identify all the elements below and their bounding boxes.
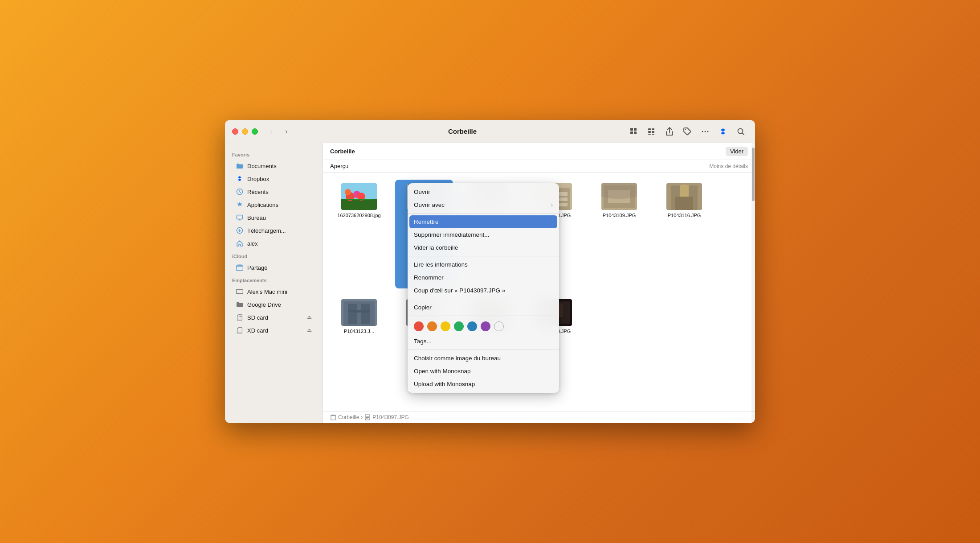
grid-view-button[interactable] xyxy=(627,124,641,139)
download-icon xyxy=(236,226,244,234)
main-content: Favoris Documents Dropbox xyxy=(225,143,755,423)
icloud-label: iCloud xyxy=(225,250,323,261)
svg-point-13 xyxy=(707,131,709,132)
monitor-icon xyxy=(236,214,244,222)
svg-rect-5 xyxy=(652,128,654,130)
computer-icon xyxy=(236,288,244,296)
dropbox-button[interactable] xyxy=(716,124,730,139)
menu-item-vider[interactable]: Vider la corbeille xyxy=(408,241,559,254)
fullscreen-button[interactable] xyxy=(252,128,258,135)
file-browser: Corbeille Vider Aperçu Moins de détails xyxy=(323,143,755,423)
sidebar-item-label: Documents xyxy=(247,163,277,169)
menu-divider xyxy=(408,350,559,350)
svg-rect-0 xyxy=(630,128,633,131)
svg-rect-1 xyxy=(634,128,637,131)
sidebar-item-label: Alex's Mac mini xyxy=(247,288,287,295)
svg-rect-4 xyxy=(648,128,651,130)
tag-button[interactable] xyxy=(680,124,694,139)
menu-divider xyxy=(408,256,559,256)
sidebar-item-macmini[interactable]: Alex's Mac mini xyxy=(229,285,319,298)
menu-item-monosnap-upload[interactable]: Upload with Monosnap xyxy=(408,378,559,391)
color-tags-row xyxy=(408,318,559,335)
sidebar-item-bureau[interactable]: Bureau xyxy=(229,211,319,224)
sidebar-item-alex[interactable]: alex xyxy=(229,237,319,250)
sidebar-item-label: SD card xyxy=(247,314,268,321)
sidebar-item-googledrive[interactable]: Google Drive xyxy=(229,298,319,311)
finder-window: ‹ › Corbeille xyxy=(225,120,755,423)
svg-point-14 xyxy=(738,128,743,133)
color-tag-yellow[interactable] xyxy=(441,321,450,331)
submenu-arrow: › xyxy=(551,202,553,208)
menu-item-coup-oeil[interactable]: Coup d'œil sur « P1043097.JPG » xyxy=(408,284,559,297)
svg-line-15 xyxy=(743,133,744,135)
sidebar-item-label: Google Drive xyxy=(247,301,281,308)
menu-item-ouvrir-avec[interactable]: Ouvrir avec › xyxy=(408,198,559,211)
svg-point-10 xyxy=(685,129,686,130)
home-icon xyxy=(236,239,244,247)
sidebar-item-downloads[interactable]: Téléchargem... xyxy=(229,224,319,237)
sidebar-item-xdcard[interactable]: XD card ⏏ xyxy=(229,324,319,337)
googledrive-icon xyxy=(236,300,244,309)
menu-item-tags[interactable]: Tags... xyxy=(408,335,559,348)
svg-rect-7 xyxy=(652,131,654,133)
sidebar-item-label: Téléchargem... xyxy=(247,227,286,234)
sidebar-item-label: Partagé xyxy=(247,264,268,271)
apps-icon xyxy=(236,201,244,209)
minimize-button[interactable] xyxy=(242,128,248,135)
svg-rect-2 xyxy=(630,132,633,134)
svg-rect-8 xyxy=(648,134,651,135)
menu-item-ouvrir[interactable]: Ouvrir xyxy=(408,185,559,198)
forward-button[interactable]: › xyxy=(280,125,293,138)
color-tag-none[interactable] xyxy=(494,321,504,331)
back-button[interactable]: ‹ xyxy=(265,125,278,138)
close-button[interactable] xyxy=(232,128,238,135)
menu-item-lire-info[interactable]: Lire les informations xyxy=(408,258,559,271)
xdcard-icon xyxy=(236,326,244,334)
locations-label: Emplacements xyxy=(225,274,323,285)
color-tag-blue[interactable] xyxy=(467,321,477,331)
eject-icon[interactable]: ⏏ xyxy=(307,314,312,321)
sidebar-item-applications[interactable]: Applications xyxy=(229,198,319,211)
sidebar-item-label: Dropbox xyxy=(247,176,269,182)
menu-item-remettre[interactable]: Remettre xyxy=(409,215,557,228)
menu-item-monosnap-open[interactable]: Open with Monosnap xyxy=(408,365,559,378)
menu-item-copier[interactable]: Copier xyxy=(408,301,559,314)
svg-rect-23 xyxy=(237,290,243,294)
group-view-button[interactable] xyxy=(645,124,659,139)
sidebar-item-dropbox[interactable]: Dropbox xyxy=(229,173,319,185)
svg-point-12 xyxy=(705,131,706,132)
sidebar-item-documents[interactable]: Documents xyxy=(229,160,319,172)
sidebar-item-label: Bureau xyxy=(247,214,266,221)
svg-rect-17 xyxy=(237,215,243,219)
sidebar-item-recents[interactable]: Récents xyxy=(229,185,319,198)
sdcard-icon xyxy=(236,313,244,321)
menu-item-renommer[interactable]: Renommer xyxy=(408,271,559,284)
search-button[interactable] xyxy=(734,124,748,139)
sidebar-item-shared[interactable]: Partagé xyxy=(229,261,319,274)
sidebar: Favoris Documents Dropbox xyxy=(225,143,323,423)
svg-rect-6 xyxy=(648,131,651,133)
favorites-label: Favoris xyxy=(225,148,323,159)
clock-icon xyxy=(236,188,244,196)
more-button[interactable] xyxy=(698,124,712,139)
eject-xd-icon[interactable]: ⏏ xyxy=(307,327,312,333)
nav-buttons: ‹ › xyxy=(265,125,293,138)
sidebar-item-label: XD card xyxy=(247,327,268,334)
menu-divider xyxy=(408,213,559,214)
color-tag-red[interactable] xyxy=(414,321,424,331)
titlebar: ‹ › Corbeille xyxy=(225,120,755,143)
menu-item-image-bureau[interactable]: Choisir comme image du bureau xyxy=(408,352,559,365)
color-tag-purple[interactable] xyxy=(481,321,490,331)
dropbox-sidebar-icon xyxy=(236,175,244,183)
svg-rect-3 xyxy=(634,132,637,134)
color-tag-green[interactable] xyxy=(454,321,464,331)
context-menu-overlay: Ouvrir Ouvrir avec › Remettre Supprimer … xyxy=(323,143,755,423)
sidebar-item-label: alex xyxy=(247,240,258,247)
menu-item-supprimer[interactable]: Supprimer immédiatement... xyxy=(408,228,559,241)
traffic-lights xyxy=(232,128,258,135)
sidebar-item-sdcard[interactable]: SD card ⏏ xyxy=(229,311,319,324)
sidebar-item-label: Applications xyxy=(247,202,278,208)
share-button[interactable] xyxy=(662,124,677,139)
color-tag-orange[interactable] xyxy=(427,321,437,331)
svg-rect-9 xyxy=(652,134,654,135)
